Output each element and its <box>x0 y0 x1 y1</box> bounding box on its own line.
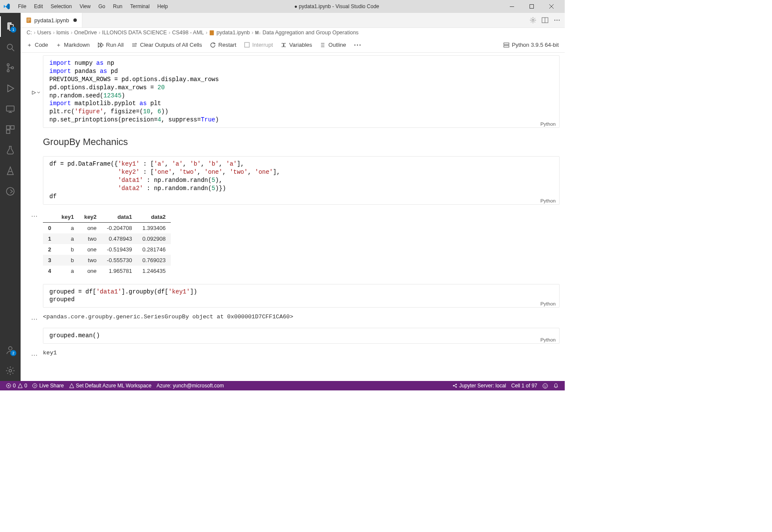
settings-gear-icon[interactable] <box>0 360 21 381</box>
tab-label: pydata1.ipynb <box>34 17 69 24</box>
breadcrumb-item[interactable]: pydata1.ipynb <box>216 30 250 36</box>
close-button[interactable] <box>542 0 561 13</box>
svg-point-2 <box>7 44 12 49</box>
status-liveshare[interactable]: Live Share <box>30 383 66 389</box>
layout-settings-icon[interactable] <box>530 17 536 24</box>
language-label: Python <box>540 337 556 342</box>
output-ellipsis[interactable]: … <box>31 211 38 284</box>
window-title: ● pydata1.ipynb - Visual Studio Code <box>171 3 502 9</box>
svg-rect-29 <box>504 45 509 47</box>
status-cell[interactable]: Cell 1 of 97 <box>509 383 540 389</box>
plus-icon: ＋ <box>56 41 61 49</box>
source-control-icon[interactable] <box>0 57 21 78</box>
clear-icon <box>131 42 137 48</box>
liveshare-icon[interactable] <box>0 181 21 202</box>
kernel-selector[interactable]: Python 3.9.5 64-bit <box>512 42 559 48</box>
svg-point-37 <box>546 385 547 386</box>
language-label: Python <box>540 301 556 306</box>
status-jupyter[interactable]: Jupyter Server: local <box>450 383 509 389</box>
menu-run[interactable]: Run <box>109 2 126 11</box>
code-editor[interactable]: import numpy as np import pandas as pd P… <box>43 56 559 127</box>
status-azure[interactable]: Azure: yunch@microsoft.com <box>154 383 227 389</box>
menu-selection[interactable]: Selection <box>47 2 75 11</box>
run-debug-icon[interactable] <box>0 78 21 99</box>
remote-explorer-icon[interactable] <box>0 99 21 119</box>
menu-help[interactable]: Help <box>154 2 172 11</box>
output-ellipsis[interactable]: … <box>31 314 38 322</box>
extensions-icon[interactable] <box>0 119 21 140</box>
breadcrumb-item[interactable]: Data Aggregation and Group Operations <box>263 30 359 36</box>
breadcrumb-item[interactable]: CS498 - AML <box>172 30 204 36</box>
svg-point-35 <box>543 384 548 388</box>
testing-icon[interactable] <box>0 140 21 160</box>
breadcrumb-item[interactable]: OneDrive <box>74 30 97 36</box>
code-editor[interactable]: df = pd.DataFrame({'key1' : ['a', 'a', '… <box>43 157 559 204</box>
breadcrumb-item[interactable]: ILLONOIS DATA SCIENCE <box>102 30 167 36</box>
more-toolbar-icon[interactable] <box>354 44 361 46</box>
notebook-content[interactable]: import numpy as np import pandas as pd P… <box>21 53 565 381</box>
svg-point-26 <box>357 44 358 45</box>
status-feedback-icon[interactable] <box>540 383 551 389</box>
svg-point-3 <box>7 64 9 66</box>
status-errors[interactable]: 0 0 <box>3 383 30 389</box>
run-all-button[interactable]: Run All <box>97 42 124 48</box>
code-editor[interactable]: grouped = df['data1'].groupby(df['key1']… <box>43 284 559 308</box>
code-editor[interactable]: grouped.mean() <box>43 328 559 343</box>
clear-outputs-button[interactable]: Clear Outputs of All Cells <box>131 42 202 48</box>
minimize-button[interactable] <box>502 0 522 13</box>
error-icon <box>6 383 11 388</box>
text-output: key1 <box>43 348 57 358</box>
menu-view[interactable]: View <box>76 2 94 11</box>
breadcrumb-item[interactable]: C: <box>27 30 32 36</box>
run-all-icon <box>97 42 103 48</box>
svg-rect-6 <box>6 106 14 111</box>
section-heading[interactable]: GroupBy Mechanics <box>43 136 560 148</box>
menu-file[interactable]: File <box>15 2 30 11</box>
jupyter-icon <box>452 383 457 388</box>
menu-go[interactable]: Go <box>95 2 109 11</box>
activity-bar: 1 <box>0 13 21 381</box>
run-cell-icon[interactable] <box>32 57 40 128</box>
output-ellipsis[interactable]: … <box>31 350 38 358</box>
svg-rect-28 <box>504 43 509 45</box>
maximize-button[interactable] <box>522 0 542 13</box>
code-cell[interactable]: grouped = df['data1'].groupby(df['key1']… <box>26 284 560 308</box>
azure-icon[interactable] <box>0 160 21 181</box>
warning-icon <box>18 383 23 388</box>
search-icon[interactable] <box>0 37 21 57</box>
code-cell[interactable]: import numpy as np import pandas as pd P… <box>26 55 560 128</box>
menu-bar: File Edit Selection View Go Run Terminal… <box>15 2 171 11</box>
explorer-icon[interactable]: 1 <box>0 16 21 37</box>
code-cell[interactable]: df = pd.DataFrame({'key1' : ['a', 'a', '… <box>26 156 560 204</box>
text-output: <pandas.core.groupby.generic.SeriesGroup… <box>43 312 293 322</box>
status-azureml[interactable]: Set Default Azure ML Workspace <box>67 383 154 389</box>
svg-rect-14 <box>27 19 30 19</box>
svg-point-27 <box>359 44 360 45</box>
interrupt-button[interactable]: Interrupt <box>244 42 273 48</box>
server-icon <box>503 42 509 48</box>
menu-terminal[interactable]: Terminal <box>127 2 153 11</box>
dataframe-output: key1key2data1data2 0aone-0.2047081.39340… <box>43 212 171 276</box>
restart-button[interactable]: Restart <box>210 42 236 48</box>
svg-rect-0 <box>510 6 514 7</box>
tab-pydata1[interactable]: pydata1.ipynb <box>21 13 82 27</box>
svg-rect-16 <box>27 21 29 21</box>
accounts-icon[interactable]: 2 <box>0 340 21 360</box>
status-bell-icon[interactable] <box>551 383 561 389</box>
add-markdown-button[interactable]: ＋Markdown <box>56 41 90 49</box>
variables-button[interactable]: Variables <box>281 42 312 48</box>
breadcrumb-item[interactable]: Users <box>37 30 51 36</box>
menu-edit[interactable]: Edit <box>30 2 46 11</box>
svg-rect-8 <box>11 126 14 129</box>
svg-point-17 <box>532 19 534 21</box>
more-actions-icon[interactable] <box>554 17 560 24</box>
split-editor-icon[interactable] <box>542 17 548 24</box>
breadcrumb-item[interactable]: lomis <box>57 30 69 36</box>
svg-rect-24 <box>245 42 249 47</box>
restart-icon <box>210 42 216 48</box>
code-cell[interactable]: grouped.mean() Python <box>26 328 560 344</box>
svg-point-20 <box>554 20 555 21</box>
add-code-button[interactable]: ＋Code <box>27 41 48 49</box>
outline-button[interactable]: Outline <box>320 42 346 48</box>
notebook-file-icon <box>26 17 32 23</box>
